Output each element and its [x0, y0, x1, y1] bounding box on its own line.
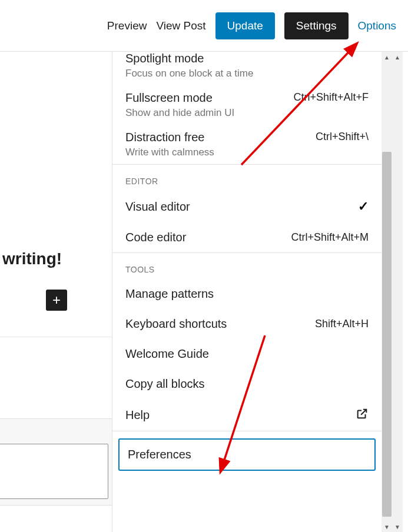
menu-desc: Write with calmness	[125, 147, 316, 158]
settings-button[interactable]: Settings	[284, 12, 349, 39]
spotlight-mode-item[interactable]: Spotlight mode Focus on one block at a t…	[112, 52, 382, 85]
menu-label: Fullscreen mode	[125, 91, 293, 105]
page-scrollbar[interactable]: ▲ ▼	[392, 52, 403, 532]
preferences-item[interactable]: Preferences	[118, 438, 376, 471]
external-link-icon	[356, 407, 369, 423]
options-menu: Spotlight mode Focus on one block at a t…	[112, 52, 382, 532]
keyboard-shortcut: Ctrl+Shift+Alt+F	[293, 91, 369, 104]
menu-label: Keyboard shortcuts	[125, 317, 227, 331]
menu-label: Welcome Guide	[125, 347, 209, 361]
fullscreen-mode-item[interactable]: Fullscreen mode Show and hide admin UI C…	[112, 85, 382, 125]
scroll-thumb[interactable]	[382, 152, 392, 517]
section-heading: Tools	[112, 253, 382, 279]
preview-link[interactable]: Preview	[107, 19, 147, 32]
welcome-guide-item[interactable]: Welcome Guide	[112, 339, 382, 369]
keyboard-shortcuts-item[interactable]: Keyboard shortcuts Shift+Alt+H	[112, 309, 382, 339]
menu-label: Code editor	[125, 231, 186, 244]
options-link[interactable]: Options	[358, 19, 396, 32]
menu-label: Spotlight mode	[125, 52, 369, 65]
update-button[interactable]: Update	[215, 12, 275, 39]
view-post-link[interactable]: View Post	[156, 19, 205, 32]
menu-label: Help	[125, 408, 150, 422]
code-editor-item[interactable]: Code editor Ctrl+Shift+Alt+M	[112, 222, 382, 252]
copy-all-blocks-item[interactable]: Copy all blocks	[112, 369, 382, 399]
help-item[interactable]: Help	[112, 399, 382, 431]
editor-toolbar: Preview View Post Update Settings Option…	[0, 0, 408, 52]
view-section: Spotlight mode Focus on one block at a t…	[112, 52, 382, 165]
scroll-down-arrow-icon[interactable]: ▼	[392, 521, 403, 532]
section-heading: Editor	[112, 165, 382, 191]
scroll-up-arrow-icon[interactable]: ▲	[392, 52, 403, 62]
plus-icon: +	[52, 292, 61, 308]
checkmark-icon: ✓	[358, 199, 369, 214]
menu-label: Distraction free	[125, 131, 316, 144]
menu-label: Manage patterns	[125, 287, 214, 301]
keyboard-shortcut: Shift+Alt+H	[315, 318, 369, 330]
manage-patterns-item[interactable]: Manage patterns	[112, 279, 382, 309]
menu-scrollbar[interactable]: ▲ ▼	[382, 52, 392, 532]
menu-label: Visual editor	[125, 200, 190, 214]
scroll-down-arrow-icon[interactable]: ▼	[382, 521, 392, 532]
menu-desc: Show and hide admin UI	[125, 107, 293, 119]
tools-section: Tools Manage patterns Keyboard shortcuts…	[112, 253, 382, 431]
keyboard-shortcut: Ctrl+Shift+\	[316, 131, 369, 143]
editor-section: Editor Visual editor ✓ Code editor Ctrl+…	[112, 165, 382, 253]
menu-label: Copy all blocks	[125, 377, 205, 391]
visual-editor-item[interactable]: Visual editor ✓	[112, 191, 382, 222]
partial-textarea[interactable]	[0, 444, 108, 499]
add-block-button[interactable]: +	[46, 290, 67, 311]
menu-desc: Focus on one block at a time	[125, 68, 369, 79]
distraction-free-item[interactable]: Distraction free Write with calmness Ctr…	[112, 125, 382, 164]
editor-text-fragment: writing!	[2, 250, 62, 268]
keyboard-shortcut: Ctrl+Shift+Alt+M	[291, 231, 369, 244]
scroll-up-arrow-icon[interactable]: ▲	[382, 52, 392, 62]
divider	[0, 337, 112, 337]
editor-canvas: writing! +	[0, 52, 112, 532]
